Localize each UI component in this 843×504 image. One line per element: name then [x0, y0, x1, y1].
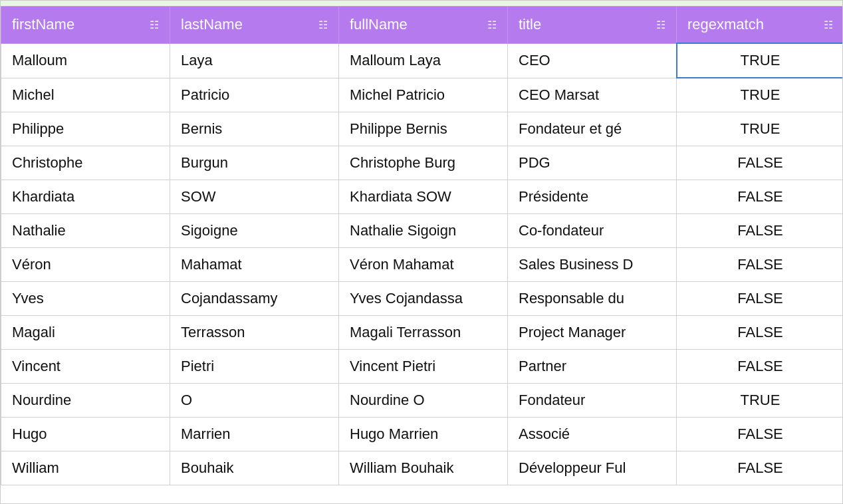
table-row: ChristopheBurgunChristophe BurgPDGFALSE	[1, 146, 844, 180]
cell-lastname: Laya	[170, 43, 339, 78]
cell-fullname: Malloum Laya	[339, 43, 508, 78]
col-header-regexmatch-label: regexmatch	[687, 16, 764, 33]
col-header-title-label: title	[519, 16, 541, 33]
cell-firstname: Vincent	[1, 350, 170, 384]
table-row: VéronMahamatVéron MahamatSales Business …	[1, 248, 844, 282]
cell-fullname: William Bouhaik	[339, 451, 508, 485]
cell-regexmatch: TRUE	[677, 78, 844, 112]
cell-regexmatch: FALSE	[677, 418, 844, 451]
cell-title: CEO Marsat	[508, 78, 677, 112]
cell-regexmatch: FALSE	[677, 180, 844, 214]
cell-title: Sales Business D	[508, 248, 677, 282]
filter-icon-fullname[interactable]: ☷	[487, 19, 497, 31]
col-header-title[interactable]: title ☷	[508, 7, 677, 44]
col-header-fullname[interactable]: fullName ☷	[339, 7, 508, 44]
cell-title: Présidente	[508, 180, 677, 214]
table-row: NourdineONourdine OFondateurTRUE	[1, 384, 844, 418]
cell-fullname: Véron Mahamat	[339, 248, 508, 282]
cell-fullname: Yves Cojandassa	[339, 282, 508, 316]
cell-lastname: Mahamat	[170, 248, 339, 282]
col-header-firstname[interactable]: firstName ☷	[1, 7, 170, 44]
cell-fullname: Michel Patricio	[339, 78, 508, 112]
cell-firstname: Philippe	[1, 112, 170, 146]
cell-regexmatch: FALSE	[677, 350, 844, 384]
cell-fullname: Magali Terrasson	[339, 316, 508, 350]
filter-icon-lastname[interactable]: ☷	[318, 19, 328, 31]
cell-regexmatch: FALSE	[677, 214, 844, 248]
cell-regexmatch: TRUE	[677, 112, 844, 146]
cell-firstname: Hugo	[1, 418, 170, 451]
cell-title: Responsable du	[508, 282, 677, 316]
cell-fullname: Philippe Bernis	[339, 112, 508, 146]
cell-firstname: Malloum	[1, 43, 170, 78]
table-row: KhardiataSOWKhardiata SOWPrésidenteFALSE	[1, 180, 844, 214]
cell-firstname: Khardiata	[1, 180, 170, 214]
data-table-container: firstName ☷ lastName ☷ fullName ☷	[0, 0, 843, 504]
filter-icon-regexmatch[interactable]: ☷	[824, 19, 833, 31]
cell-lastname: Patricio	[170, 78, 339, 112]
cell-title: CEO	[508, 43, 677, 78]
cell-firstname: Nathalie	[1, 214, 170, 248]
cell-title: Fondateur	[508, 384, 677, 418]
cell-fullname: Christophe Burg	[339, 146, 508, 180]
table-row: HugoMarrienHugo MarrienAssociéFALSE	[1, 418, 844, 451]
cell-firstname: Véron	[1, 248, 170, 282]
cell-title: PDG	[508, 146, 677, 180]
col-header-firstname-label: firstName	[12, 16, 74, 33]
table-row: VincentPietriVincent PietriPartnerFALSE	[1, 350, 844, 384]
table-row: PhilippeBernisPhilippe BernisFondateur e…	[1, 112, 844, 146]
cell-firstname: Christophe	[1, 146, 170, 180]
cell-lastname: SOW	[170, 180, 339, 214]
cell-lastname: Bouhaik	[170, 451, 339, 485]
filter-icon-title[interactable]: ☷	[656, 19, 665, 31]
cell-fullname: Hugo Marrien	[339, 418, 508, 451]
cell-title: Partner	[508, 350, 677, 384]
filter-icon-firstname[interactable]: ☷	[150, 19, 159, 31]
cell-regexmatch: FALSE	[677, 282, 844, 316]
cell-firstname: Yves	[1, 282, 170, 316]
cell-lastname: O	[170, 384, 339, 418]
cell-title: Project Manager	[508, 316, 677, 350]
cell-fullname: Nathalie Sigoign	[339, 214, 508, 248]
cell-lastname: Terrasson	[170, 316, 339, 350]
cell-regexmatch: FALSE	[677, 316, 844, 350]
col-header-lastname-label: lastName	[181, 16, 243, 33]
cell-regexmatch: TRUE	[677, 384, 844, 418]
data-table: firstName ☷ lastName ☷ fullName ☷	[1, 6, 843, 485]
cell-firstname: William	[1, 451, 170, 485]
table-row: MagaliTerrassonMagali TerrassonProject M…	[1, 316, 844, 350]
cell-regexmatch: TRUE	[677, 43, 844, 78]
cell-regexmatch: FALSE	[677, 451, 844, 485]
cell-fullname: Khardiata SOW	[339, 180, 508, 214]
table-row: WilliamBouhaikWilliam BouhaikDéveloppeur…	[1, 451, 844, 485]
cell-fullname: Nourdine O	[339, 384, 508, 418]
cell-title: Fondateur et gé	[508, 112, 677, 146]
cell-lastname: Sigoigne	[170, 214, 339, 248]
table-header-row: firstName ☷ lastName ☷ fullName ☷	[1, 7, 844, 44]
cell-regexmatch: FALSE	[677, 248, 844, 282]
cell-firstname: Magali	[1, 316, 170, 350]
top-bar	[1, 1, 842, 6]
table-row: MichelPatricioMichel PatricioCEO MarsatT…	[1, 78, 844, 112]
cell-firstname: Nourdine	[1, 384, 170, 418]
cell-lastname: Marrien	[170, 418, 339, 451]
col-header-lastname[interactable]: lastName ☷	[170, 7, 339, 44]
cell-title: Associé	[508, 418, 677, 451]
cell-lastname: Pietri	[170, 350, 339, 384]
cell-title: Développeur Ful	[508, 451, 677, 485]
cell-regexmatch: FALSE	[677, 146, 844, 180]
table-row: YvesCojandassamyYves CojandassaResponsab…	[1, 282, 844, 316]
table-row: MalloumLayaMalloum LayaCEOTRUE	[1, 43, 844, 78]
cell-lastname: Bernis	[170, 112, 339, 146]
cell-firstname: Michel	[1, 78, 170, 112]
col-header-fullname-label: fullName	[350, 16, 408, 33]
table-row: NathalieSigoigneNathalie SigoignCo-fonda…	[1, 214, 844, 248]
cell-title: Co-fondateur	[508, 214, 677, 248]
cell-lastname: Burgun	[170, 146, 339, 180]
cell-lastname: Cojandassamy	[170, 282, 339, 316]
cell-fullname: Vincent Pietri	[339, 350, 508, 384]
col-header-regexmatch[interactable]: regexmatch ☷	[677, 7, 844, 44]
